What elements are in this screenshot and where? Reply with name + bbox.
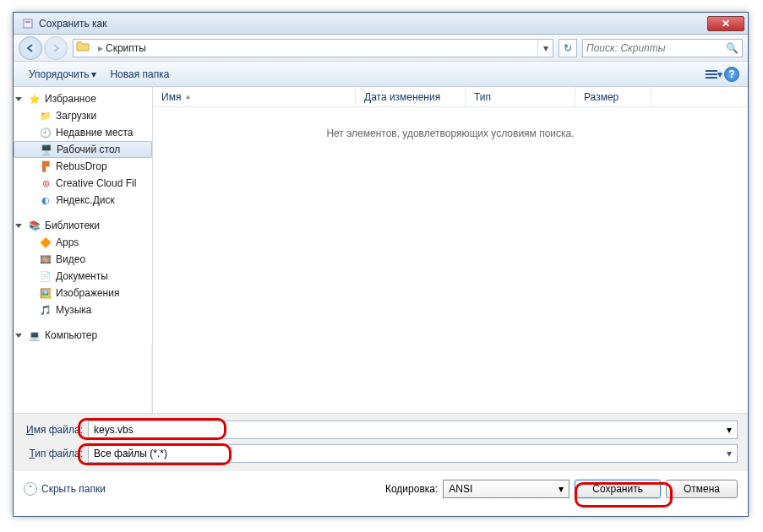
filetype-select[interactable]: Все файлы (*.*)▾ xyxy=(88,444,738,463)
breadcrumb-location: Скрипты xyxy=(106,42,146,54)
help-button[interactable]: ? xyxy=(724,67,739,82)
navigation-bar: ▸ Скрипты ▾ ↻ 🔍 xyxy=(14,35,748,62)
svg-rect-2 xyxy=(706,70,717,72)
save-button[interactable]: Сохранить xyxy=(575,480,661,498)
sidebar-item-localdisk[interactable]: 💽Локальный диск xyxy=(14,344,152,413)
refresh-button[interactable]: ↻ xyxy=(559,39,577,57)
app-icon xyxy=(21,17,35,30)
sidebar-item-music[interactable]: 🎵Музыка xyxy=(14,301,152,318)
sidebar-item-recent[interactable]: 🕘Недавние места xyxy=(14,124,152,141)
chevron-down-icon[interactable]: ▾ xyxy=(727,424,732,436)
folder-icon: 📁 xyxy=(39,109,52,122)
sidebar-item-documents[interactable]: 📄Документы xyxy=(14,268,152,285)
favorites-group[interactable]: ⭐Избранное xyxy=(14,90,152,107)
footer: ˄ Скрыть папки Кодировка: ANSI▾ Сохранит… xyxy=(14,471,748,507)
sidebar-item-downloads[interactable]: 📁Загрузки xyxy=(14,107,152,124)
folder-icon xyxy=(76,40,93,57)
chevron-right-icon: ▸ xyxy=(95,42,106,54)
column-date[interactable]: Дата изменения xyxy=(356,87,466,106)
encoding-select[interactable]: ANSI▾ xyxy=(443,480,570,498)
sidebar-item-videos[interactable]: 🎞️Видео xyxy=(14,251,152,268)
hide-folders-button[interactable]: ˄ Скрыть папки xyxy=(24,482,106,496)
cloud-icon: ⊚ xyxy=(39,176,52,190)
computer-icon: 💻 xyxy=(28,328,41,342)
computer-group[interactable]: 💻Компьютер xyxy=(14,327,152,344)
file-list-area: Имя▲ Дата изменения Тип Размер Нет элеме… xyxy=(153,87,748,413)
app-icon: ▛ xyxy=(39,160,52,173)
recent-icon: 🕘 xyxy=(39,126,52,139)
navigation-pane: ⭐Избранное 📁Загрузки 🕘Недавние места 🖥️Р… xyxy=(14,87,153,413)
sidebar-item-creativecloud[interactable]: ⊚Creative Cloud Fil xyxy=(14,175,152,192)
column-name[interactable]: Имя▲ xyxy=(153,87,356,106)
encoding-label: Кодировка: xyxy=(385,483,438,495)
address-bar[interactable]: ▸ Скрипты ▾ xyxy=(73,39,553,57)
sidebar-item-yandexdisk[interactable]: ◐Яндекс.Диск xyxy=(14,192,152,209)
window-title: Сохранить как xyxy=(39,18,707,30)
svg-rect-1 xyxy=(25,21,30,23)
music-icon: 🎵 xyxy=(39,303,52,317)
filetype-label: Тип файла: xyxy=(24,448,83,459)
svg-rect-3 xyxy=(706,73,717,75)
filename-input[interactable]: keys.vbs▾ xyxy=(88,421,738,439)
close-button[interactable]: ✕ xyxy=(707,16,744,31)
view-options-button[interactable]: ▾ xyxy=(704,65,724,84)
search-box[interactable]: 🔍 xyxy=(582,39,743,57)
sidebar-item-rebusdrop[interactable]: ▛RebusDrop xyxy=(14,158,152,175)
filename-label: Имя файла: xyxy=(24,424,83,436)
documents-icon: 📄 xyxy=(39,269,52,283)
search-icon: 🔍 xyxy=(726,42,738,54)
filename-panel: Имя файла: keys.vbs▾ Тип файла: Все файл… xyxy=(14,413,748,471)
pictures-icon: 🖼️ xyxy=(39,286,52,300)
video-icon: 🎞️ xyxy=(39,252,52,266)
desktop-icon: 🖥️ xyxy=(40,143,53,156)
chevron-down-icon[interactable]: ▾ xyxy=(727,448,732,459)
disk-icon: ◐ xyxy=(39,193,52,207)
search-input[interactable] xyxy=(586,42,726,54)
svg-rect-0 xyxy=(24,19,32,28)
apps-icon: 🔶 xyxy=(39,236,52,249)
column-size[interactable]: Размер xyxy=(575,87,651,106)
chevron-up-icon: ˄ xyxy=(24,482,37,496)
libraries-group[interactable]: 📚Библиотеки xyxy=(14,217,152,234)
organize-button[interactable]: Упорядочить▾ xyxy=(22,65,103,84)
column-type[interactable]: Тип xyxy=(466,87,575,106)
toolbar: Упорядочить▾ Новая папка ▾ ? xyxy=(14,62,748,87)
column-headers: Имя▲ Дата изменения Тип Размер xyxy=(153,87,748,107)
libraries-icon: 📚 xyxy=(28,219,41,232)
sidebar-item-apps[interactable]: 🔶Apps xyxy=(14,234,152,251)
forward-button[interactable] xyxy=(44,36,68,60)
cancel-button[interactable]: Отмена xyxy=(666,480,738,498)
sort-asc-icon: ▲ xyxy=(184,93,191,100)
svg-rect-4 xyxy=(706,77,717,79)
titlebar[interactable]: Сохранить как ✕ xyxy=(14,13,748,35)
save-as-dialog: Сохранить как ✕ ▸ Скрипты ▾ ↻ 🔍 Упорядоч… xyxy=(13,12,749,517)
address-dropdown[interactable]: ▾ xyxy=(537,40,553,57)
new-folder-button[interactable]: Новая папка xyxy=(103,65,176,84)
sidebar-item-desktop[interactable]: 🖥️Рабочий стол xyxy=(14,141,152,158)
chevron-down-icon: ▾ xyxy=(91,68,96,80)
sidebar-item-pictures[interactable]: 🖼️Изображения xyxy=(14,285,152,301)
back-button[interactable] xyxy=(19,36,42,60)
chevron-down-icon: ▾ xyxy=(559,483,564,495)
star-icon: ⭐ xyxy=(28,92,41,106)
empty-message: Нет элементов, удовлетворяющих условиям … xyxy=(153,107,748,139)
